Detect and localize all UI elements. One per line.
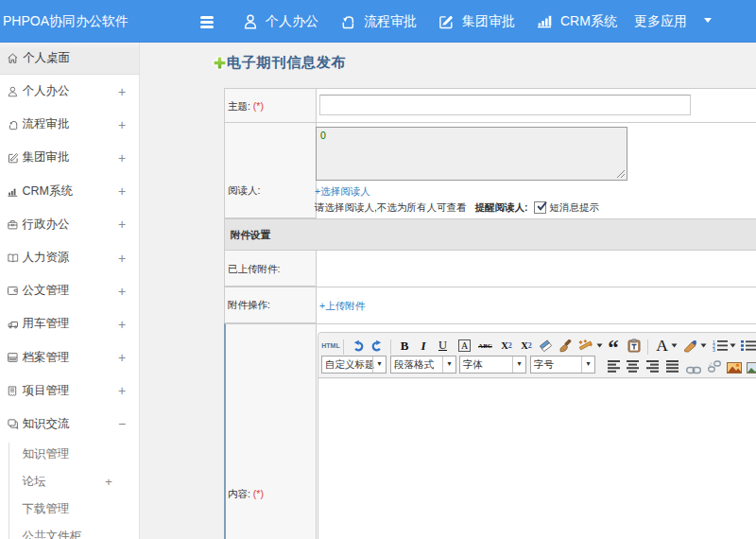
svg-text:3: 3	[713, 347, 715, 352]
